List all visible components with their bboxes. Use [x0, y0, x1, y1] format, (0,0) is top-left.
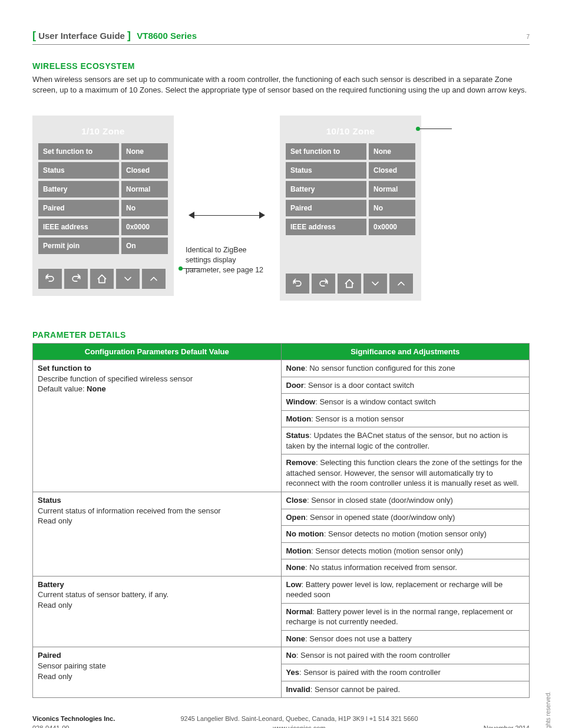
row-label: IEEE address — [38, 219, 119, 235]
footer-doc: 028-0441-00 — [32, 724, 69, 728]
param-right: Door: Sensor is a door contact switch — [281, 377, 530, 394]
zone-panel-1: 1/10 Zone Set function toNoneStatusClose… — [32, 116, 174, 296]
footer-right: November 2014 — [484, 724, 530, 728]
middle-note: Identical to ZigBee settings display par… — [186, 245, 268, 275]
panel-row: BatteryNormal — [38, 181, 168, 197]
bracket-open: [ — [32, 29, 36, 41]
back-icon[interactable] — [38, 269, 62, 289]
bracket-close: ] — [127, 29, 131, 41]
param-right: Status: Updates the BACnet status of the… — [281, 427, 530, 454]
param-right: Invalid: Sensor cannot be paired. — [281, 681, 530, 698]
row-label: Set function to — [38, 143, 119, 160]
footer-mid: 9245 Langelier Blvd. Saint-Leonard, Queb… — [115, 714, 484, 728]
section-title-wireless: WIRELESS ECOSYSTEM — [32, 61, 530, 71]
th-signif: Significance and Adjustments — [281, 344, 530, 360]
param-left: BatteryCurrent status of sensor battery,… — [33, 576, 282, 647]
param-right: None: No sensor function configured for … — [281, 360, 530, 377]
panel-row: IEEE address0x0000 — [286, 219, 415, 235]
panel-title: 1/10 Zone — [38, 121, 168, 143]
section-title-params: PARAMETER DETAILS — [32, 330, 530, 340]
down-icon[interactable] — [116, 269, 140, 289]
doc-title: User Interface Guide — [38, 31, 125, 41]
home-icon[interactable] — [338, 274, 361, 294]
row-label: Permit join — [38, 238, 119, 254]
panel-row: IEEE address0x0000 — [38, 219, 168, 235]
table-row: PairedSensor pairing stateRead onlyNo: S… — [33, 647, 530, 664]
param-right: Motion: Sensor detects motion (motion se… — [281, 542, 530, 559]
row-value: 0x0000 — [369, 219, 415, 235]
header-left: [ User Interface Guide ] VT8600 Series — [32, 29, 197, 42]
forward-icon[interactable] — [312, 274, 335, 294]
row-label: Status — [38, 162, 119, 179]
param-right: Motion: Sensor is a motion sensor — [281, 410, 530, 427]
back-icon[interactable] — [286, 274, 309, 294]
param-right: Low: Battery power level is low, replace… — [281, 576, 530, 603]
panels-wrap: 1/10 Zone Set function toNoneStatusClose… — [32, 116, 530, 301]
row-label: Battery — [38, 181, 119, 197]
panel-row: StatusClosed — [286, 162, 415, 179]
row-value: No — [121, 200, 168, 216]
page-header: [ User Interface Guide ] VT8600 Series 7 — [32, 29, 530, 45]
up-icon[interactable] — [389, 274, 413, 294]
footer-left: Viconics Technologies Inc. 028-0441-00 — [32, 714, 115, 728]
table-row: Set function toDescribe function of spec… — [33, 360, 530, 377]
row-label: Paired — [38, 200, 119, 216]
panel-row: StatusClosed — [38, 162, 168, 179]
home-icon[interactable] — [90, 269, 114, 289]
param-right: Remove: Selecting this function clears t… — [281, 454, 530, 492]
param-right: Normal: Battery power level is in the no… — [281, 603, 530, 630]
th-config: Configuration Parameters Default Value — [33, 344, 282, 360]
footer-addr: 9245 Langelier Blvd. Saint-Leonard, Queb… — [180, 715, 418, 722]
table-row: StatusCurrent status of information rece… — [33, 492, 530, 509]
footer-date: November 2014 — [484, 724, 530, 728]
page-number: 7 — [526, 34, 530, 40]
param-right: Close: Sensor in closed state (door/wind… — [281, 492, 530, 509]
double-arrow-icon — [189, 210, 265, 222]
row-value: Closed — [121, 162, 168, 179]
row-value: Closed — [369, 162, 415, 179]
panel-row: PairedNo — [38, 200, 168, 216]
doc-series: VT8600 Series — [137, 31, 197, 41]
panel-row: Set function toNone — [286, 143, 415, 160]
param-right: None: Sensor does not use a battery — [281, 630, 530, 647]
param-left: PairedSensor pairing stateRead only — [33, 647, 282, 698]
row-label: IEEE address — [286, 219, 366, 235]
row-value: Normal — [121, 181, 168, 197]
forward-icon[interactable] — [64, 269, 88, 289]
row-value: On — [121, 238, 168, 254]
callout-line-2 — [182, 268, 200, 269]
panel-row: Set function toNone — [38, 143, 168, 160]
footer-web: www.viconics.com — [273, 724, 325, 728]
table-row: BatteryCurrent status of sensor battery,… — [33, 576, 530, 603]
nav-row — [38, 269, 168, 289]
row-value: No — [369, 200, 415, 216]
panel-row: BatteryNormal — [286, 181, 415, 197]
row-label: Status — [286, 162, 366, 179]
page-footer: Viconics Technologies Inc. 028-0441-00 9… — [32, 714, 530, 728]
param-right: Window: Sensor is a window contact switc… — [281, 394, 530, 411]
param-right: Yes: Sensor is paired with the room cont… — [281, 664, 530, 681]
up-icon[interactable] — [142, 269, 166, 289]
row-value: None — [369, 143, 415, 160]
copyright-side: © 2014 Viconics Technologies. All rights… — [545, 691, 551, 728]
param-right: None: No status information received fro… — [281, 559, 530, 577]
row-label: Battery — [286, 181, 366, 197]
down-icon[interactable] — [363, 274, 387, 294]
param-right: No: Sensor is not paired with the room c… — [281, 647, 530, 664]
nav-row — [286, 274, 415, 294]
param-right: Open: Sensor in opened state (door/windo… — [281, 509, 530, 526]
intro-text: When wireless sensors are set up to comm… — [32, 74, 530, 95]
param-left: StatusCurrent status of information rece… — [33, 492, 282, 577]
panel-row: PairedNo — [286, 200, 415, 216]
callout-line-1 — [419, 129, 452, 129]
parameter-table: Configuration Parameters Default Value S… — [32, 343, 530, 698]
param-right: No motion: Sensor detects no motion (mot… — [281, 526, 530, 543]
zone-panel-10: 10/10 Zone Set function toNoneStatusClos… — [280, 116, 421, 301]
panel-row: Permit joinOn — [38, 238, 168, 254]
panel-title: 10/10 Zone — [286, 121, 415, 143]
row-label: Paired — [286, 200, 366, 216]
row-value: None — [121, 143, 168, 160]
row-label: Set function to — [286, 143, 366, 160]
param-left: Set function toDescribe function of spec… — [33, 360, 282, 492]
footer-company: Viconics Technologies Inc. — [32, 715, 115, 722]
